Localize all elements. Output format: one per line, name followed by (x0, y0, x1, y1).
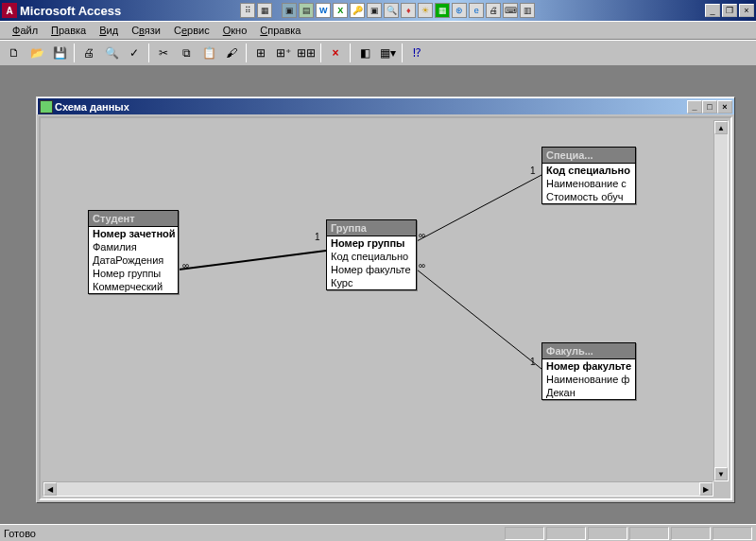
table-field[interactable]: Номер группы (89, 267, 178, 280)
close-button[interactable]: × (739, 4, 754, 17)
scroll-left-icon[interactable]: ◀ (43, 482, 57, 496)
mdi-area: Схема данных _ □ × ∞ 1 ∞ 1 ∞ 1 Студент Н… (0, 66, 756, 524)
help-icon[interactable]: ⁉ (406, 43, 427, 63)
tray-icon[interactable]: ▤ (299, 3, 314, 18)
delete-icon[interactable]: × (325, 43, 346, 63)
format-painter-icon[interactable]: 🖌 (221, 43, 242, 63)
access-icon: A (2, 3, 17, 18)
table-field[interactable]: ДатаРождения (89, 253, 178, 267)
menu-window[interactable]: Окно (216, 23, 254, 38)
new-object-icon[interactable]: ▦▾ (377, 43, 398, 63)
status-cell (505, 527, 544, 540)
new-icon[interactable]: 🗋 (4, 43, 25, 63)
tray-icon[interactable]: ⠿ (240, 3, 255, 18)
table-title[interactable]: Студент (89, 211, 178, 227)
tray-icon[interactable]: ▣ (367, 3, 382, 18)
toolbar: 🗋 📂 💾 🖨 🔍 ✓ ✂ ⧉ 📋 🖌 ⊞ ⊞⁺ ⊞⊞ × ◧ ▦▾ ⁉ (0, 40, 756, 66)
table-faculty[interactable]: Факуль... Номер факульте Наименование ф … (541, 342, 636, 400)
tray-icon[interactable]: ▥ (520, 3, 535, 18)
tray-icon[interactable]: 🔍 (384, 3, 399, 18)
app-title: Microsoft Access (20, 4, 121, 18)
status-cell (671, 527, 711, 540)
table-group[interactable]: Группа Номер группы Код специально Номер… (326, 219, 417, 290)
tray-icon[interactable]: e (469, 3, 484, 18)
table-field[interactable]: Номер факульте (327, 263, 416, 276)
copy-icon[interactable]: ⧉ (176, 43, 197, 63)
cut-icon[interactable]: ✂ (153, 43, 174, 63)
restore-button[interactable]: ❐ (722, 4, 737, 17)
scroll-right-icon[interactable]: ▶ (699, 482, 713, 496)
window-controls: _ ❐ × (705, 4, 754, 17)
menu-file[interactable]: Файл (6, 23, 44, 38)
paste-icon[interactable]: 📋 (198, 43, 219, 63)
menu-edit[interactable]: Правка (44, 23, 93, 38)
scroll-up-icon[interactable]: ▲ (714, 121, 728, 134)
table-field[interactable]: Курс (327, 276, 416, 289)
table-field[interactable]: Номер группы (327, 236, 416, 250)
cardinality-one: 1 (530, 166, 536, 176)
relationships-canvas[interactable]: ∞ 1 ∞ 1 ∞ 1 Студент Номер зачетной Фамил… (39, 116, 732, 500)
table-field[interactable]: Наименование ф (542, 373, 635, 386)
tray-icon[interactable]: ☀ (418, 3, 433, 18)
table-field[interactable]: Код специально (327, 250, 416, 263)
table-student[interactable]: Студент Номер зачетной Фамилия ДатаРожде… (88, 210, 179, 294)
svg-line-1 (417, 175, 541, 241)
table-field[interactable]: Наименование с (542, 177, 635, 190)
relations-icon (40, 100, 53, 113)
table-title[interactable]: Группа (327, 220, 416, 236)
child-title-text: Схема данных (55, 101, 129, 113)
cardinality-many: ∞ (419, 230, 425, 240)
table-field[interactable]: Фамилия (89, 240, 178, 253)
statusbar: Готово (0, 524, 756, 541)
svg-line-0 (179, 251, 326, 270)
print-icon[interactable]: 🖨 (78, 43, 99, 63)
vertical-scrollbar[interactable]: ▲ ▼ (713, 120, 729, 481)
minimize-button[interactable]: _ (705, 4, 720, 17)
show-direct-icon[interactable]: ⊞⁺ (273, 43, 294, 63)
menu-relations[interactable]: Связи (125, 23, 167, 38)
tray-icon[interactable]: ⌨ (503, 3, 518, 18)
tray-icon[interactable]: W (316, 3, 331, 18)
menu-view[interactable]: Вид (93, 23, 125, 38)
table-field[interactable]: Номер зачетной (89, 227, 178, 240)
add-table-icon[interactable]: ⊞ (250, 43, 271, 63)
child-close-button[interactable]: × (717, 100, 732, 113)
table-field[interactable]: Декан (542, 386, 635, 399)
preview-icon[interactable]: 🔍 (101, 43, 122, 63)
table-field[interactable]: Номер факульте (542, 359, 635, 373)
cardinality-many: ∞ (182, 260, 189, 270)
horizontal-scrollbar[interactable]: ◀ ▶ (43, 481, 713, 497)
open-icon[interactable]: 📂 (26, 43, 47, 63)
menu-help[interactable]: Справка (253, 23, 307, 38)
tray-icon[interactable]: ♦ (401, 3, 416, 18)
system-tray: ⠿ ▦ ▣ ▤ W X 🔑 ▣ 🔍 ♦ ☀ ▦ ⊛ e 🖨 ⌨ ▥ (127, 3, 701, 18)
app-titlebar: A Microsoft Access ⠿ ▦ ▣ ▤ W X 🔑 ▣ 🔍 ♦ ☀… (0, 0, 756, 21)
child-titlebar[interactable]: Схема данных _ □ × (37, 97, 734, 114)
status-cell (629, 527, 669, 540)
tray-icon[interactable]: X (333, 3, 348, 18)
status-cell (546, 527, 586, 540)
table-speciality[interactable]: Специа... Код специально Наименование с … (541, 147, 636, 204)
cardinality-one: 1 (315, 232, 320, 242)
table-title[interactable]: Специа... (542, 148, 635, 164)
save-icon[interactable]: 💾 (49, 43, 70, 63)
menu-service[interactable]: Сервис (167, 23, 216, 38)
table-field[interactable]: Стоимость обуч (542, 190, 635, 203)
tray-icon[interactable]: ▦ (435, 3, 450, 18)
table-field[interactable]: Код специально (542, 164, 635, 177)
tray-icon[interactable]: 🔑 (350, 3, 365, 18)
tray-icon[interactable]: ▣ (282, 3, 297, 18)
child-minimize-button[interactable]: _ (687, 100, 702, 113)
child-maximize-button[interactable]: □ (702, 100, 717, 113)
tray-icon[interactable]: ▦ (257, 3, 272, 18)
db-window-icon[interactable]: ◧ (354, 43, 375, 63)
show-all-icon[interactable]: ⊞⊞ (296, 43, 317, 63)
svg-line-2 (417, 270, 541, 369)
spellcheck-icon[interactable]: ✓ (124, 43, 145, 63)
table-field[interactable]: Коммерческий (89, 280, 178, 293)
relationships-window: Схема данных _ □ × ∞ 1 ∞ 1 ∞ 1 Студент Н… (36, 96, 735, 503)
tray-icon[interactable]: ⊛ (452, 3, 467, 18)
table-title[interactable]: Факуль... (542, 343, 635, 359)
tray-icon[interactable]: 🖨 (486, 3, 501, 18)
scroll-down-icon[interactable]: ▼ (714, 467, 728, 480)
